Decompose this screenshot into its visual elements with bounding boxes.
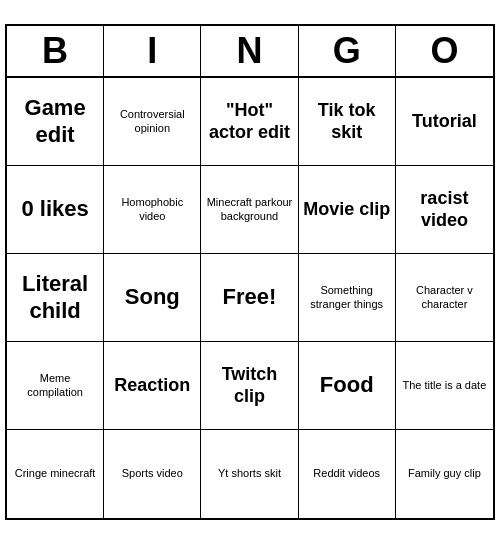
bingo-cell-3[interactable]: Tik tok skit (299, 78, 396, 166)
header-n: N (201, 26, 298, 76)
header-o: O (396, 26, 493, 76)
cell-text-2: "Hot" actor edit (205, 100, 293, 143)
cell-text-4: Tutorial (412, 111, 477, 133)
header-i: I (104, 26, 201, 76)
cell-text-15: Meme compilation (11, 372, 99, 398)
cell-text-22: Yt shorts skit (218, 467, 281, 480)
bingo-cell-0[interactable]: Game edit (7, 78, 104, 166)
header-b: B (7, 26, 104, 76)
bingo-cell-1[interactable]: Controversial opinion (104, 78, 201, 166)
cell-text-12: Free! (223, 284, 277, 310)
bingo-cell-13[interactable]: Something stranger things (299, 254, 396, 342)
bingo-cell-22[interactable]: Yt shorts skit (201, 430, 298, 518)
bingo-cell-6[interactable]: Homophobic video (104, 166, 201, 254)
bingo-header: B I N G O (7, 26, 493, 78)
bingo-cell-21[interactable]: Sports video (104, 430, 201, 518)
cell-text-5: 0 likes (21, 196, 88, 222)
cell-text-21: Sports video (122, 467, 183, 480)
bingo-cell-16[interactable]: Reaction (104, 342, 201, 430)
cell-text-3: Tik tok skit (303, 100, 391, 143)
cell-text-24: Family guy clip (408, 467, 481, 480)
bingo-cell-5[interactable]: 0 likes (7, 166, 104, 254)
cell-text-7: Minecraft parkour background (205, 196, 293, 222)
bingo-cell-8[interactable]: Movie clip (299, 166, 396, 254)
cell-text-17: Twitch clip (205, 364, 293, 407)
cell-text-11: Song (125, 284, 180, 310)
cell-text-14: Character v character (400, 284, 489, 310)
cell-text-23: Reddit videos (313, 467, 380, 480)
bingo-cell-7[interactable]: Minecraft parkour background (201, 166, 298, 254)
bingo-cell-18[interactable]: Food (299, 342, 396, 430)
cell-text-16: Reaction (114, 375, 190, 397)
bingo-cell-9[interactable]: racist video (396, 166, 493, 254)
bingo-cell-4[interactable]: Tutorial (396, 78, 493, 166)
bingo-cell-10[interactable]: Literal child (7, 254, 104, 342)
bingo-cell-2[interactable]: "Hot" actor edit (201, 78, 298, 166)
bingo-cell-24[interactable]: Family guy clip (396, 430, 493, 518)
header-g: G (299, 26, 396, 76)
cell-text-18: Food (320, 372, 374, 398)
cell-text-20: Cringe minecraft (15, 467, 96, 480)
bingo-cell-17[interactable]: Twitch clip (201, 342, 298, 430)
bingo-cell-14[interactable]: Character v character (396, 254, 493, 342)
bingo-cell-23[interactable]: Reddit videos (299, 430, 396, 518)
cell-text-1: Controversial opinion (108, 108, 196, 134)
bingo-grid: Game editControversial opinion"Hot" acto… (7, 78, 493, 518)
bingo-cell-15[interactable]: Meme compilation (7, 342, 104, 430)
cell-text-8: Movie clip (303, 199, 390, 221)
bingo-card: B I N G O Game editControversial opinion… (5, 24, 495, 520)
cell-text-19: The title is a date (403, 379, 487, 392)
bingo-cell-11[interactable]: Song (104, 254, 201, 342)
cell-text-0: Game edit (11, 95, 99, 148)
cell-text-6: Homophobic video (108, 196, 196, 222)
cell-text-13: Something stranger things (303, 284, 391, 310)
bingo-cell-20[interactable]: Cringe minecraft (7, 430, 104, 518)
cell-text-9: racist video (400, 188, 489, 231)
bingo-cell-19[interactable]: The title is a date (396, 342, 493, 430)
cell-text-10: Literal child (11, 271, 99, 324)
bingo-cell-12[interactable]: Free! (201, 254, 298, 342)
